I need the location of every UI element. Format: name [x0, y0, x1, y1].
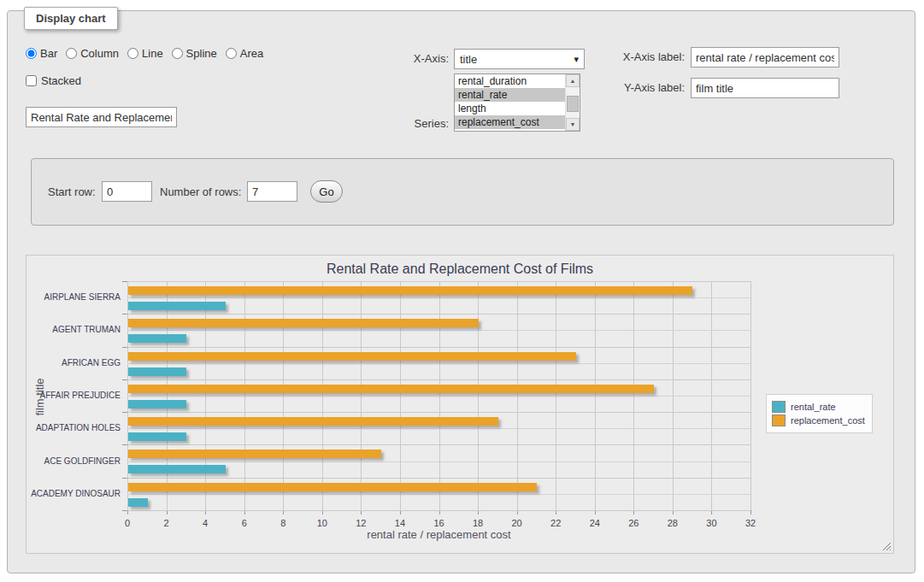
x-tick-label: 30 — [694, 518, 728, 528]
stacked-checkbox[interactable]: Stacked — [26, 74, 81, 87]
chart-title-input[interactable] — [26, 107, 177, 127]
grid-line-h — [127, 510, 750, 511]
xaxis-label-input[interactable] — [691, 47, 839, 68]
num-rows-label: Number of rows: — [160, 185, 241, 198]
series-option-length[interactable]: length — [455, 102, 565, 115]
x-tick-label: 14 — [383, 518, 417, 528]
bar-rental_rate — [128, 367, 186, 376]
bar-rental_rate — [128, 432, 186, 441]
go-button[interactable]: Go — [310, 180, 343, 203]
rows-panel: Start row: Number of rows: Go — [31, 158, 894, 226]
chart-legend: rental_ratereplacement_cost — [766, 394, 873, 433]
y-category-label: AGENT TRUMAN — [23, 325, 121, 334]
chart-type-bar-label: Bar — [40, 47, 57, 60]
stacked-checkbox-input[interactable] — [26, 75, 37, 86]
x-tick-label: 16 — [422, 518, 456, 528]
chart-type-area-radio[interactable] — [226, 48, 237, 59]
x-tick-label: 4 — [188, 518, 222, 528]
xaxis-select-value: title — [460, 53, 477, 66]
grid-line-h — [127, 412, 750, 413]
xaxis-select[interactable]: title ▾ — [454, 49, 585, 69]
legend-swatch — [772, 414, 786, 426]
scrollbar-thumb[interactable] — [567, 96, 579, 112]
grid-line-v — [750, 281, 751, 510]
y-tick-mark — [122, 314, 127, 315]
chart-type-area[interactable]: Area — [226, 47, 263, 60]
grid-line-h-minor — [127, 297, 750, 298]
bar-replacement_cost — [128, 319, 479, 327]
grid-line-h-minor — [127, 494, 750, 495]
chart-type-column[interactable]: Column — [66, 47, 119, 60]
panel-title: Display chart — [24, 7, 118, 30]
series-option-replacement_cost[interactable]: replacement_cost — [455, 115, 565, 129]
grid-line-h — [127, 281, 750, 282]
bar-replacement_cost — [128, 286, 692, 295]
grid-line-h — [127, 347, 750, 348]
x-tick-label: 18 — [461, 518, 495, 528]
chart-type-bar[interactable]: Bar — [26, 47, 57, 60]
grid-line-h — [127, 478, 750, 479]
legend-label: replacement_cost — [791, 415, 865, 426]
chart-type-radios: BarColumnLineSplineArea — [26, 47, 272, 62]
grid-line-h-minor — [127, 428, 750, 429]
bar-rental_rate — [128, 400, 186, 409]
grid-line-h-minor — [127, 363, 750, 364]
y-category-label: ACE GOLDFINGER — [23, 456, 121, 466]
scrollbar[interactable]: ▲ ▼ — [565, 74, 580, 131]
chart-title: Rental Rate and Replacement Cost of Film… — [26, 262, 893, 277]
xaxis-field-label: X-Axis label: — [598, 50, 685, 63]
y-tick-mark — [122, 478, 127, 479]
series-option-rental_duration[interactable]: rental_duration — [455, 74, 565, 88]
resize-handle-icon[interactable] — [881, 541, 891, 550]
legend-item: replacement_cost — [772, 414, 865, 426]
chart-type-line[interactable]: Line — [127, 47, 163, 60]
num-rows-input[interactable] — [247, 181, 297, 202]
series-listbox[interactable]: rental_durationrental_ratelengthreplacem… — [454, 73, 580, 132]
chart-type-spline[interactable]: Spline — [172, 47, 217, 60]
yaxis-label-input[interactable] — [691, 78, 839, 98]
y-tick-mark — [122, 379, 127, 380]
chart-type-area-label: Area — [240, 47, 263, 60]
y-tick-mark — [122, 444, 127, 445]
bar-rental_rate — [128, 465, 226, 473]
chart: Rental Rate and Replacement Cost of Film… — [26, 255, 894, 554]
x-tick-label: 20 — [500, 518, 534, 528]
y-tick-mark — [122, 347, 127, 348]
chart-type-spline-radio[interactable] — [172, 48, 183, 59]
chart-type-column-radio[interactable] — [66, 48, 77, 59]
series-option-rental_rate[interactable]: rental_rate — [455, 88, 565, 102]
grid-line-h-minor — [127, 396, 750, 397]
legend-item: rental_rate — [772, 401, 865, 413]
legend-swatch — [772, 401, 786, 413]
bar-replacement_cost — [128, 352, 576, 361]
grid-line-h-minor — [127, 461, 750, 462]
chart-type-line-radio[interactable] — [127, 48, 138, 59]
start-row-input[interactable] — [102, 181, 152, 202]
x-tick-label: 32 — [733, 518, 768, 528]
grid-line-h — [127, 314, 750, 315]
x-tick-label: 12 — [344, 518, 378, 528]
y-tick-mark — [122, 281, 127, 282]
x-tick-label: 24 — [578, 518, 612, 528]
x-tick-label: 22 — [539, 518, 573, 528]
series-options: rental_durationrental_ratelengthreplacem… — [455, 74, 565, 131]
grid-line-h — [127, 444, 750, 445]
x-tick-label: 2 — [150, 518, 184, 528]
scroll-down-icon[interactable]: ▼ — [566, 118, 580, 131]
y-axis-title: film title — [33, 363, 46, 432]
xaxis-select-label: X-Axis: — [376, 52, 449, 65]
x-tick-label: 26 — [616, 518, 650, 528]
series-label: Series: — [376, 117, 449, 130]
start-row-label: Start row: — [48, 185, 96, 198]
bar-rental_rate — [128, 498, 148, 507]
y-tick-mark — [122, 412, 127, 413]
chart-type-column-label: Column — [80, 47, 119, 60]
yaxis-field-label: Y-Axis label: — [598, 81, 685, 94]
bar-replacement_cost — [128, 385, 654, 393]
chart-type-bar-radio[interactable] — [26, 48, 37, 59]
scroll-up-icon[interactable]: ▲ — [566, 74, 580, 87]
bar-replacement_cost — [128, 450, 381, 458]
y-category-label: ACADEMY DINOSAUR — [23, 489, 121, 498]
x-tick-label: 10 — [305, 518, 339, 528]
chart-type-line-label: Line — [142, 47, 163, 60]
